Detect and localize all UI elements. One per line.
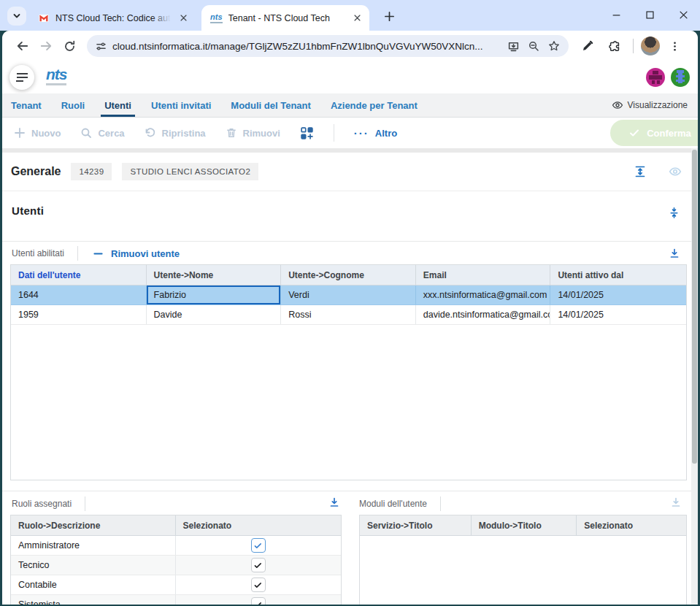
column-header[interactable]: Selezionato — [176, 515, 342, 535]
tab-close-icon[interactable] — [350, 12, 364, 25]
address-bar[interactable]: cloud.ntsinformatica.it/manage/TGljZW5zZ… — [87, 35, 569, 57]
users-subtoolbar: Utenti abilitati Rimuovi utente — [2, 241, 698, 265]
conferma-button[interactable]: Conferma — [610, 120, 698, 146]
tab-moduli-del-tenant[interactable]: Moduli del Tenant — [231, 93, 311, 117]
browser-tabstrip: NTS Cloud Tech: Codice autenti nts Tenan… — [0, 0, 700, 31]
grid-plus-icon — [300, 126, 314, 140]
new-tab-button[interactable] — [380, 7, 399, 26]
edit-pencil-icon[interactable] — [576, 34, 599, 58]
forward-button[interactable] — [34, 34, 58, 58]
role-name[interactable]: Tecnico — [11, 556, 176, 575]
kebab-menu-icon[interactable] — [663, 34, 686, 58]
column-header[interactable]: Email — [416, 265, 551, 285]
subbar-divider — [77, 246, 78, 261]
utenti-abilitati-tab[interactable]: Utenti abilitati — [12, 248, 64, 258]
roles-table: Ruolo->Descrizione Selezionato Amministr… — [10, 515, 342, 605]
user-avatar-icon[interactable] — [670, 67, 691, 88]
preview-eye-icon[interactable] — [669, 165, 682, 178]
ripristina-button[interactable]: Ripristina — [145, 127, 206, 139]
role-row[interactable]: Amministratore — [11, 536, 341, 556]
role-row[interactable]: Sistemista — [11, 595, 341, 605]
role-row[interactable]: Tecnico — [11, 556, 341, 575]
export-modules-icon-disabled[interactable] — [670, 496, 682, 508]
altro-button[interactable]: ··· Altro — [354, 127, 397, 139]
role-checkbox[interactable] — [251, 538, 266, 553]
close-button[interactable] — [666, 0, 700, 29]
cell-attivo-dal[interactable]: 14/01/2025 — [550, 285, 686, 304]
toolbar-divider — [334, 124, 334, 142]
export-roles-icon[interactable] — [328, 496, 340, 508]
column-header[interactable]: Servizio->Titolo — [360, 515, 472, 535]
logo-subtext — [46, 83, 66, 85]
tenant-avatar-icon[interactable] — [645, 67, 666, 88]
roles-panel-header: Ruoli assegnati — [12, 495, 85, 513]
role-row[interactable]: Contabile — [11, 575, 341, 595]
role-checkbox[interactable] — [251, 558, 266, 572]
extensions-puzzle-icon[interactable] — [602, 34, 626, 58]
browser-tab-gmail[interactable]: NTS Cloud Tech: Codice autenti — [29, 5, 196, 31]
zoom-out-icon[interactable] — [523, 37, 544, 55]
install-app-icon[interactable] — [503, 37, 523, 55]
cell-cognome[interactable]: Verdi — [281, 285, 416, 304]
tab-utenti[interactable]: Utenti — [104, 93, 131, 117]
grid-add-button[interactable] — [300, 126, 314, 140]
tab-search-button[interactable] — [7, 7, 26, 26]
collapse-section-icon[interactable] — [668, 207, 680, 219]
cell-nome-focused[interactable]: Fabrizio — [147, 285, 282, 304]
cell-id[interactable]: 1644 — [11, 285, 147, 304]
role-name[interactable]: Amministratore — [11, 536, 176, 555]
url-text[interactable]: cloud.ntsinformatica.it/manage/TGljZW5zZ… — [112, 41, 503, 52]
trash-icon — [226, 127, 237, 139]
search-icon — [80, 127, 92, 139]
tab-aziende-per-tenant[interactable]: Aziende per Tenant — [331, 93, 418, 117]
tab-ruoli[interactable]: Ruoli — [61, 93, 85, 117]
column-header[interactable]: Utenti attivo dal — [550, 265, 686, 285]
cell-email[interactable]: xxx.ntsinformatica@gmail.com — [416, 285, 551, 304]
cell-id[interactable]: 1959 — [11, 305, 147, 324]
role-name[interactable]: Sistemista — [11, 595, 176, 605]
column-header[interactable]: Ruolo->Descrizione — [11, 515, 176, 535]
cell-attivo-dal[interactable]: 14/01/2025 — [550, 305, 686, 324]
toolbar-separator — [633, 39, 634, 53]
tab-close-icon[interactable] — [177, 12, 190, 25]
reload-button[interactable] — [58, 34, 81, 58]
cerca-button[interactable]: Cerca — [80, 127, 124, 139]
rimuovi-button[interactable]: Rimuovi — [226, 127, 280, 139]
column-header[interactable]: Dati dell'utente — [11, 265, 147, 285]
export-users-icon[interactable] — [669, 248, 680, 259]
back-button[interactable] — [11, 34, 34, 58]
role-name[interactable]: Contabile — [11, 575, 176, 594]
bookmark-star-icon[interactable] — [544, 37, 564, 55]
visualizzazione-toggle[interactable]: Visualizzazione — [612, 93, 688, 117]
column-header[interactable]: Utente->Cognome — [281, 265, 416, 285]
tab-utenti-invitati[interactable]: Utenti invitati — [151, 93, 211, 117]
table-row[interactable]: 1959 Davide Rossi davide.ntsinformatica@… — [11, 305, 686, 325]
profile-avatar[interactable] — [641, 37, 660, 55]
browser-tab-tenant[interactable]: nts Tenant - NTS Cloud Tech — [201, 5, 369, 31]
column-header[interactable]: Selezionato — [577, 515, 686, 535]
cell-email[interactable]: davide.ntsinformatica@gmail.com — [416, 305, 551, 324]
site-info-icon[interactable] — [96, 41, 107, 52]
table-row[interactable]: 1644 Fabrizio Verdi xxx.ntsinformatica@g… — [11, 285, 686, 305]
browser-toolbar: cloud.ntsinformatica.it/manage/TGljZW5zZ… — [2, 31, 698, 61]
generale-bar: Generale 14239 STUDIO LENCI ASSOCIATO2 — [2, 153, 698, 191]
cell-cognome[interactable]: Rossi — [281, 305, 416, 324]
role-checkbox[interactable] — [251, 578, 266, 592]
maximize-button[interactable] — [633, 0, 666, 29]
expand-section-icon[interactable] — [634, 165, 647, 178]
cell-nome[interactable]: Davide — [147, 305, 282, 324]
hamburger-menu-button[interactable] — [9, 65, 34, 90]
app-logo: nts — [46, 66, 67, 85]
rimuovi-utente-link[interactable]: Rimuovi utente — [93, 248, 180, 259]
scrollbar-thumb[interactable] — [692, 150, 697, 464]
minimize-button[interactable] — [599, 0, 633, 29]
nuovo-button[interactable]: Nuovo — [14, 127, 61, 139]
modules-table: Servizio->Titolo Modulo->Titolo Selezion… — [359, 515, 687, 605]
column-header[interactable]: Modulo->Titolo — [472, 515, 577, 535]
role-checkbox[interactable] — [251, 597, 266, 605]
utenti-section-title: Utenti — [12, 204, 44, 217]
tab-tenant[interactable]: Tenant — [11, 93, 42, 117]
app-header: nts — [2, 61, 698, 93]
column-header[interactable]: Utente->Nome — [147, 265, 282, 285]
page-scrollbar[interactable] — [691, 148, 698, 605]
